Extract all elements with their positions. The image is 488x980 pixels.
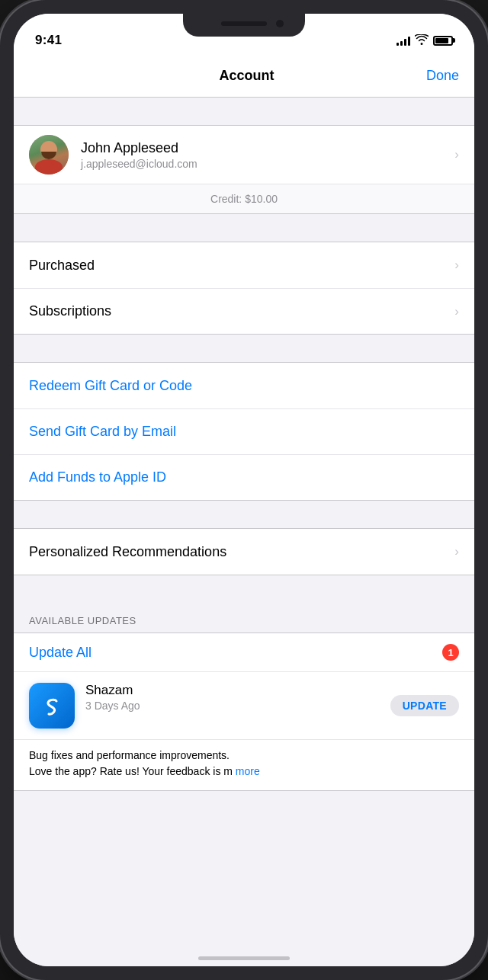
profile-name: John Appleseed [81,140,448,156]
shazam-app-row: Shazam 3 Days Ago UPDATE [14,672,474,740]
notch [183,14,305,37]
purchased-row[interactable]: Purchased › [14,242,474,288]
app-name: Shazam [85,683,380,698]
personalized-rec-label: Personalized Recommendations [29,544,226,560]
nav-bar: Account Done [14,55,474,98]
section-gap-2 [14,335,474,362]
profile-section: John Appleseed j.appleseed@icloud.com › … [14,125,474,214]
app-description-row: Bug fixes and performance improvements. … [14,740,474,791]
credit-row: Credit: $10.00 [14,184,474,213]
description-line2: Love the app? Rate us! Your feedback is … [29,765,233,777]
chevron-icon: › [454,304,459,319]
section-gap-4 [14,575,474,603]
subscriptions-label: Subscriptions [29,303,111,319]
purchases-section: Purchased › Subscriptions › [14,242,474,335]
more-link[interactable]: more [236,765,260,777]
update-count-badge: 1 [442,644,459,661]
shazam-app-icon [29,683,75,729]
chevron-icon: › [454,147,459,162]
profile-email: j.appleseed@icloud.com [81,158,448,170]
update-all-label: Update All [29,645,442,661]
recommendations-section: Personalized Recommendations › [14,528,474,575]
profile-row[interactable]: John Appleseed j.appleseed@icloud.com › [14,126,474,184]
section-gap-3 [14,501,474,528]
avatar [29,135,69,175]
status-icons [396,34,453,47]
notch-speaker [221,21,267,26]
content-area: John Appleseed j.appleseed@icloud.com › … [14,98,474,966]
profile-info: John Appleseed j.appleseed@icloud.com [81,140,448,170]
signal-icon [396,35,410,46]
purchased-label: Purchased [29,258,95,274]
description-line1: Bug fixes and performance improvements. [29,749,230,761]
send-gift-card-row[interactable]: Send Gift Card by Email [14,408,474,454]
notch-camera [276,20,284,27]
subscriptions-row[interactable]: Subscriptions › [14,288,474,334]
phone-frame: 9:41 [0,0,488,980]
credit-text: Credit: $10.00 [210,193,278,205]
gift-section: Redeem Gift Card or Code Send Gift Card … [14,362,474,501]
update-all-row[interactable]: Update All 1 [14,633,474,672]
chevron-icon: › [454,258,459,273]
app-info: Shazam 3 Days Ago [85,683,380,712]
status-time: 9:41 [35,33,62,48]
update-button[interactable]: UPDATE [390,695,459,716]
send-gift-card-label: Send Gift Card by Email [29,424,176,440]
section-gap-1 [14,214,474,242]
app-date: 3 Days Ago [85,700,380,712]
wifi-icon [415,34,429,47]
redeem-gift-card-row[interactable]: Redeem Gift Card or Code [14,363,474,408]
home-indicator [198,956,290,960]
battery-icon [433,36,453,46]
nav-title: Account [219,68,274,84]
personalized-rec-row[interactable]: Personalized Recommendations › [14,529,474,575]
redeem-gift-card-label: Redeem Gift Card or Code [29,378,192,394]
updates-section-header: AVAILABLE UPDATES [14,603,474,633]
status-bar: 9:41 [14,14,474,55]
app-description: Bug fixes and performance improvements. … [29,748,459,780]
add-funds-row[interactable]: Add Funds to Apple ID [14,454,474,500]
chevron-icon: › [454,544,459,559]
done-button[interactable]: Done [426,68,459,84]
phone-screen: 9:41 [14,14,474,966]
available-updates-section: AVAILABLE UPDATES Update All 1 [14,603,474,791]
section-gap-top [14,98,474,125]
add-funds-label: Add Funds to Apple ID [29,469,166,485]
